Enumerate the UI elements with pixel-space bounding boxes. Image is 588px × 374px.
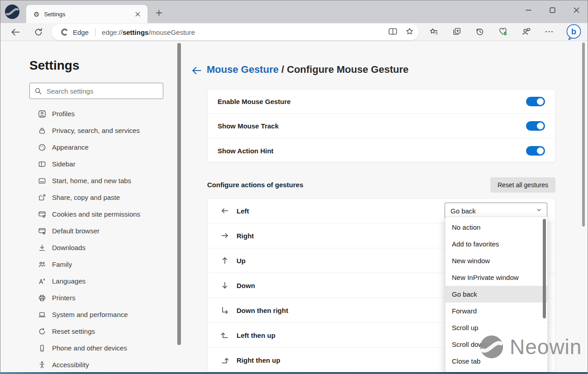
- window-bottom-edge: [0, 372, 588, 374]
- sidebar-list: Profiles Privacy, search, and services A…: [0, 105, 177, 373]
- neowin-watermark: Neowin: [479, 334, 582, 360]
- history-icon[interactable]: [474, 26, 485, 37]
- breadcrumb-link-mouse-gesture[interactable]: Mouse Gesture: [207, 64, 279, 75]
- accessibility-icon: [38, 361, 47, 369]
- sidebar-item-downloads[interactable]: Downloads: [0, 239, 177, 256]
- maximize-button[interactable]: [542, 2, 563, 18]
- svg-text:b: b: [571, 27, 576, 36]
- address-divider: [95, 28, 95, 36]
- arrow-left-icon: [220, 206, 230, 215]
- site-badge: Edge: [73, 28, 89, 36]
- watermark-text: Neowin: [510, 335, 582, 359]
- search-input[interactable]: [47, 87, 158, 95]
- minimize-button[interactable]: [518, 2, 539, 18]
- reset-icon: [38, 327, 47, 336]
- sidebar-item-cookies-permissions[interactable]: Cookies and site permissions: [0, 206, 177, 223]
- dropdown-option-forward[interactable]: Forward: [446, 303, 547, 319]
- dropdown-option-add-to-favorites[interactable]: Add to favorites: [446, 236, 547, 252]
- refresh-icon[interactable]: [32, 26, 45, 38]
- edge-badge-icon: [61, 28, 69, 36]
- settings-sidebar: Settings Profiles Privacy, search, and s…: [0, 41, 177, 372]
- new-tab-page-icon: [38, 177, 47, 185]
- sidebar-item-privacy[interactable]: Privacy, search, and services: [0, 122, 177, 139]
- breadcrumb-separator: /: [279, 64, 287, 75]
- tab-settings[interactable]: ⚙ Settings: [26, 5, 147, 23]
- sidebar-item-family[interactable]: Family: [0, 256, 177, 273]
- arrow-down-then-right-icon: [220, 306, 230, 315]
- breadcrumb: Mouse Gesture / Configure Mouse Gesture: [207, 64, 408, 76]
- toggle-row-show-mouse-track: Show Mouse Track: [208, 114, 555, 138]
- sidebar-item-languages[interactable]: Languages: [0, 273, 177, 289]
- toggle-enable-mouse-gesture[interactable]: [526, 97, 545, 106]
- palette-icon: [38, 143, 47, 151]
- favorites-icon[interactable]: [428, 26, 439, 37]
- dropdown-option-go-back[interactable]: Go back: [446, 286, 547, 303]
- toggle-show-mouse-track[interactable]: [526, 121, 545, 131]
- page-title: Configure Mouse Gesture: [287, 64, 408, 75]
- default-browser-icon: [38, 227, 47, 235]
- sidebar-item-reset-settings[interactable]: Reset settings: [0, 323, 177, 340]
- reset-all-gestures-button[interactable]: Reset all gestures: [490, 177, 555, 193]
- back-icon[interactable]: [9, 26, 22, 38]
- breadcrumb-back-icon[interactable]: [190, 65, 202, 76]
- arrow-right-icon: [220, 231, 230, 240]
- neowin-logo-icon: [479, 334, 504, 360]
- dropdown-option-scroll-up[interactable]: Scroll up: [446, 319, 547, 336]
- sidebar-item-default-browser[interactable]: Default browser: [0, 223, 177, 239]
- arrow-left-then-up-icon: [220, 331, 230, 340]
- profile-icon[interactable]: [521, 26, 531, 37]
- copilot-bing-icon[interactable]: b: [565, 23, 583, 41]
- performance-icon: [38, 311, 47, 319]
- download-icon: [38, 244, 47, 252]
- search-icon: [34, 87, 42, 95]
- toggles-card: Enable Mouse Gesture Show Mouse Track Sh…: [207, 89, 555, 162]
- toggle-row-show-action-hint: Show Action Hint: [208, 138, 555, 162]
- share-icon: [38, 194, 47, 202]
- page-scrollbar-thumb[interactable]: [582, 43, 585, 227]
- cookies-icon: [38, 210, 47, 218]
- sidebar-title: Settings: [29, 58, 79, 73]
- sidebar-item-sidebar[interactable]: Sidebar: [0, 156, 177, 172]
- tab-strip: ⚙ Settings: [0, 0, 588, 23]
- url-text: edge://settings/mouseGesture: [102, 28, 195, 36]
- sidebar-item-profiles[interactable]: Profiles: [0, 105, 177, 122]
- dropdown-scrollbar-thumb[interactable]: [543, 219, 546, 318]
- toggle-row-enable-mouse-gesture: Enable Mouse Gesture: [208, 90, 555, 114]
- split-screen-icon[interactable]: [388, 27, 398, 38]
- more-options-icon[interactable]: [544, 26, 555, 37]
- person-icon: [38, 110, 47, 118]
- chevron-down-icon: [536, 207, 542, 215]
- new-tab-button[interactable]: [153, 7, 164, 18]
- sidebar-item-appearance[interactable]: Appearance: [0, 139, 177, 156]
- arrow-up-icon: [220, 256, 230, 265]
- dropdown-option-no-action[interactable]: No action: [446, 219, 547, 236]
- dropdown-option-new-inprivate-window[interactable]: New InPrivate window: [446, 269, 547, 286]
- sidebar-item-start-home-tabs[interactable]: Start, home, and new tabs: [0, 172, 177, 189]
- sidebar-item-share-copy-paste[interactable]: Share, copy and paste: [0, 189, 177, 206]
- neowin-browser-logo-icon: [4, 4, 20, 20]
- sidebar-scrollbar-thumb[interactable]: [177, 43, 181, 345]
- sidebar-item-printers[interactable]: Printers: [0, 289, 177, 306]
- close-button[interactable]: [566, 2, 587, 18]
- search-box[interactable]: [29, 83, 163, 99]
- sidebar-item-system-performance[interactable]: System and performance: [0, 306, 177, 323]
- browser-essentials-icon[interactable]: [498, 26, 508, 37]
- add-favorite-star-icon[interactable]: [405, 27, 414, 38]
- address-bar[interactable]: Edge edge://settings/mouseGesture: [52, 24, 419, 40]
- dropdown-option-new-window[interactable]: New window: [446, 252, 547, 269]
- arrow-down-icon: [220, 281, 230, 290]
- collections-icon[interactable]: [451, 26, 462, 37]
- toggle-show-action-hint[interactable]: [526, 146, 545, 156]
- phone-icon: [38, 344, 47, 352]
- tab-close-icon[interactable]: [133, 9, 142, 19]
- gear-icon: ⚙: [33, 11, 39, 18]
- lock-icon: [38, 127, 47, 135]
- family-icon: [38, 260, 47, 269]
- languages-icon: [38, 277, 47, 285]
- gesture-section-heading: Configure actions of gestures: [207, 181, 303, 189]
- page-content: Settings Profiles Privacy, search, and s…: [0, 41, 588, 372]
- printer-icon: [38, 294, 47, 302]
- sidebar-layout-icon: [38, 160, 47, 168]
- sidebar-item-phone-devices[interactable]: Phone and other devices: [0, 340, 177, 356]
- sidebar-item-accessibility[interactable]: Accessibility: [0, 356, 177, 373]
